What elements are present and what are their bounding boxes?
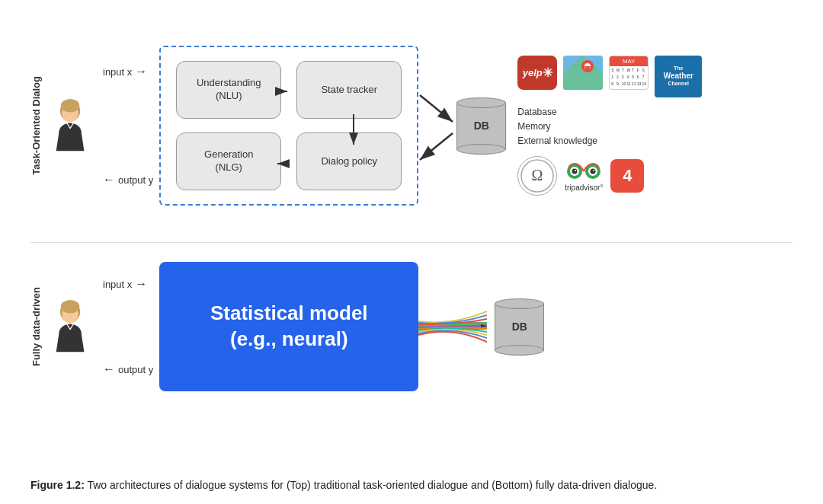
state-tracker-box: State tracker (296, 61, 402, 119)
top-side-label: Task-Oriented Dialog (30, 76, 42, 175)
db-label-top: DB (474, 120, 489, 132)
nlg-box: Generation(NLG) (176, 132, 281, 190)
weather-badge: The Weather Channel (655, 56, 702, 97)
tripadvisor-badge: tripadvisor° (565, 161, 603, 192)
output-arrow-bottom: ← (103, 362, 115, 376)
person-icon-bottom (50, 300, 91, 353)
dialog-policy-box: Dialog policy (296, 132, 402, 190)
pipeline-box: Understanding(NLU) State tracker Generat… (159, 46, 418, 206)
io-labels-top: input x → ← output y (103, 65, 153, 187)
knowledge-icons-top: yelp✳ MAY SMTWTFS (517, 56, 702, 97)
db-top: DB (456, 97, 506, 155)
db-bottom-ellipse-bottom (495, 345, 544, 356)
nlu-box: Understanding(NLU) (176, 61, 281, 119)
db-bottom: DB (495, 298, 544, 356)
input-label-top: input x → (103, 65, 153, 78)
person-top (50, 99, 91, 152)
input-label-bottom: input x → (103, 277, 153, 291)
db-bottom-ellipse (456, 144, 506, 155)
svg-point-24 (575, 170, 576, 171)
output-label-top: ← output y (103, 173, 153, 187)
svg-point-25 (593, 170, 594, 171)
wire-bundle (418, 292, 487, 361)
svg-point-2 (61, 99, 80, 113)
output-label-bottom: ← output y (103, 362, 153, 376)
main-container: Task-Oriented Dialog input x → (0, 0, 823, 504)
wikipedia-badge: Ω (517, 156, 557, 196)
person-icon-top (50, 99, 91, 152)
yelp-badge: yelp✳ (517, 56, 557, 90)
statistical-model-box: Statistical model (e.g., neural) (159, 262, 418, 391)
input-arrow-bottom: → (135, 277, 147, 291)
io-labels-bottom: input x → ← output y (103, 277, 153, 376)
db-top-ellipse-bottom (495, 298, 544, 309)
knowledge-icons-bottom: Ω (517, 156, 702, 196)
svg-point-28 (61, 300, 80, 314)
svg-line-9 (420, 95, 453, 122)
bottom-section: Fully data-driven input x → ← output y (30, 250, 793, 403)
map-badge (563, 56, 603, 90)
section-divider (30, 242, 793, 243)
top-section: Task-Oriented Dialog input x → (30, 15, 793, 236)
output-arrow-top: ← (103, 173, 115, 187)
svg-point-23 (591, 168, 596, 174)
svg-text:Ω: Ω (532, 167, 543, 183)
db-top-ellipse (456, 97, 506, 108)
knowledge-panel: yelp✳ MAY SMTWTFS (517, 56, 702, 196)
foursquare-badge: 4 (610, 159, 644, 193)
bottom-side-label: Fully data-driven (30, 287, 42, 366)
db-label-bottom: DB (512, 321, 527, 333)
knowledge-text: Database Memory External knowledge (517, 105, 702, 149)
calendar-badge: MAY SMTWTFS 1234567 891011121314 (609, 56, 648, 90)
input-arrow-top: → (135, 65, 147, 78)
person-bottom (50, 300, 91, 353)
figure-caption: Figure 1.2: Two architectures of dialogu… (30, 477, 793, 493)
box-to-db-arrows (418, 46, 456, 206)
svg-point-22 (572, 168, 578, 174)
svg-line-10 (420, 133, 453, 160)
